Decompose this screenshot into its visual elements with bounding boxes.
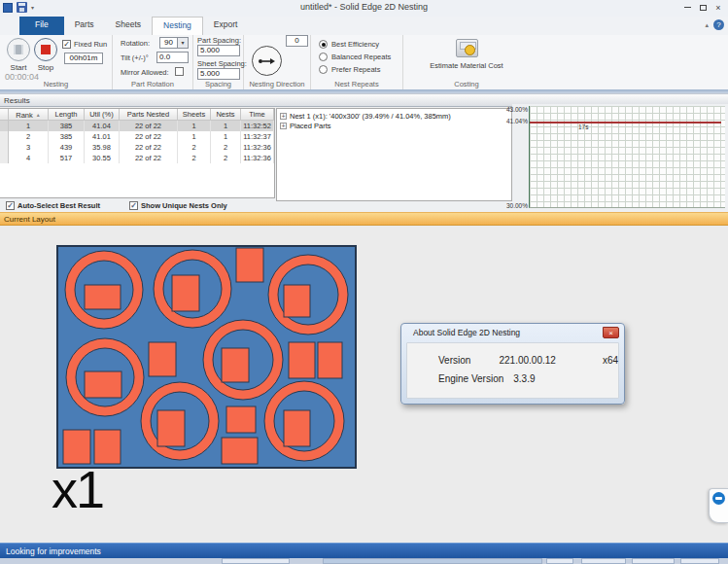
- row-selector[interactable]: [0, 131, 9, 142]
- mirror-allowed-checkbox[interactable]: [175, 67, 184, 76]
- teamviewer-side-tab[interactable]: [709, 488, 728, 523]
- radio-best-efficiency[interactable]: Best Efficiency: [319, 40, 402, 49]
- tab-file[interactable]: File: [19, 17, 64, 35]
- part-rect[interactable]: [226, 406, 256, 433]
- part-rect[interactable]: [284, 285, 310, 317]
- tree-item[interactable]: +Nest 1 (x1): '400x300' (39.49% / 41.04%…: [280, 111, 511, 121]
- title-bar: ▾ untitled* - Solid Edge 2D Nesting ×: [0, 0, 728, 17]
- tab-sheets[interactable]: Sheets: [105, 17, 152, 35]
- part-spacing-input[interactable]: 5.000: [197, 45, 240, 56]
- tree-item[interactable]: +Placed Parts: [280, 121, 511, 130]
- part-rect[interactable]: [222, 438, 258, 464]
- start-button[interactable]: [7, 38, 30, 61]
- table-cell: 22 of 22: [120, 121, 178, 131]
- group-label-part-rotation: Part Rotation: [113, 80, 192, 88]
- table-cell: 30.55: [85, 153, 120, 163]
- auto-select-label: Auto-Select Best Result: [17, 201, 100, 210]
- auto-select-best-result-checkbox[interactable]: ✓ Auto-Select Best Result: [6, 201, 100, 210]
- nesting-direction-button[interactable]: [252, 46, 282, 76]
- auto-select-check-icon: ✓: [6, 201, 15, 210]
- sheet-spacing-input[interactable]: 5.000: [197, 68, 240, 80]
- tree-expand-icon[interactable]: +: [280, 113, 287, 120]
- table-row[interactable]: 451730.5522 of 222211:32:36: [0, 153, 274, 163]
- taskbar-item[interactable]: [546, 558, 573, 564]
- column-header-length[interactable]: Length: [49, 109, 85, 121]
- column-header-nests[interactable]: Nests: [211, 109, 241, 121]
- taskbar-strip: [0, 558, 728, 564]
- duration-input[interactable]: 00h01m: [64, 53, 103, 64]
- help-icon[interactable]: ?: [713, 19, 724, 30]
- status-text: Looking for improvements: [6, 546, 101, 556]
- table-row[interactable]: 343935.9822 of 222211:32:36: [0, 142, 274, 153]
- part-rect[interactable]: [236, 248, 263, 282]
- part-rect[interactable]: [85, 371, 121, 398]
- table-cell: 4: [9, 153, 49, 163]
- column-header-time[interactable]: Time: [241, 109, 274, 121]
- row-selector[interactable]: [0, 153, 9, 163]
- estimate-material-cost-label[interactable]: Estimate Material Cost: [403, 61, 530, 70]
- fixed-run-checkbox[interactable]: ✓ Fixed Run: [62, 40, 107, 49]
- taskbar-item[interactable]: [323, 558, 542, 564]
- mirror-checkbox-box: [175, 67, 184, 76]
- part-rect[interactable]: [318, 342, 342, 378]
- rotation-dropdown-icon[interactable]: ▾: [178, 37, 189, 49]
- chart-ymin-label: 30.00%: [506, 202, 528, 209]
- sort-asc-icon: ▲: [36, 112, 41, 118]
- column-header-partsnested[interactable]: Parts Nested: [120, 109, 178, 121]
- table-cell: 385: [49, 121, 85, 131]
- nest-repeats-options: Best EfficiencyBalanced RepeatsPrefer Re…: [311, 40, 402, 74]
- part-rect[interactable]: [157, 410, 185, 446]
- restore-button[interactable]: [695, 0, 711, 15]
- part-rect[interactable]: [284, 410, 310, 446]
- tree-expand-icon[interactable]: +: [280, 123, 287, 129]
- part-rect[interactable]: [222, 348, 249, 382]
- radio-balanced-repeats[interactable]: Balanced Repeats: [319, 53, 402, 61]
- engine-version-label: Engine Version: [438, 373, 503, 384]
- taskbar-item[interactable]: [680, 558, 719, 564]
- estimate-material-cost-button[interactable]: [456, 39, 478, 57]
- taskbar-item[interactable]: [632, 558, 675, 564]
- tree-item-label: Nest 1 (x1): '400x300' (39.49% / 41.04%,…: [290, 112, 451, 121]
- table-cell: 1: [211, 131, 241, 142]
- tilt-label: Tilt (+/-)°: [121, 53, 149, 62]
- about-dialog-close-button[interactable]: ×: [603, 327, 619, 338]
- column-header-rank[interactable]: Rank▲: [9, 109, 49, 121]
- part-rect[interactable]: [289, 342, 315, 378]
- ribbon-group-nesting: Start Stop ✓ Fixed Run 00h01m 00:00:04 N…: [0, 35, 113, 89]
- close-icon: ×: [608, 329, 613, 337]
- part-rect[interactable]: [85, 285, 121, 309]
- table-cell: 41.01: [85, 131, 120, 142]
- sheet-canvas[interactable]: [56, 245, 357, 469]
- radio-prefer-repeats[interactable]: Prefer Repeats: [319, 65, 402, 74]
- taskbar-item[interactable]: [581, 558, 626, 564]
- show-unique-nests-checkbox[interactable]: ✓ Show Unique Nests Only: [129, 201, 227, 210]
- row-selector[interactable]: [0, 121, 9, 131]
- row-selector[interactable]: [0, 142, 9, 153]
- utilization-chart: 43.00% 41.04% 30.00% 17s: [512, 104, 728, 212]
- part-rect[interactable]: [149, 342, 176, 376]
- table-row[interactable]: 138541.0422 of 221111:32:52: [0, 121, 274, 131]
- chart-plot: 17s: [529, 106, 725, 208]
- minimize-button[interactable]: [679, 0, 695, 15]
- ribbon-group-nesting-direction: 0 Nesting Direction: [244, 35, 311, 89]
- version-value: 221.00.00.12: [499, 355, 555, 366]
- group-label-costing: Costing: [403, 80, 530, 88]
- nesting-direction-input[interactable]: 0: [286, 35, 308, 47]
- tab-nesting[interactable]: Nesting: [152, 17, 203, 35]
- column-header-sheets[interactable]: Sheets: [178, 109, 211, 121]
- tilt-input[interactable]: 0.0: [156, 52, 189, 63]
- stop-button[interactable]: [34, 38, 57, 61]
- tab-parts[interactable]: Parts: [64, 17, 105, 35]
- table-row[interactable]: 238541.0122 of 221111:32:37: [0, 131, 274, 142]
- part-rect[interactable]: [172, 275, 199, 311]
- layout-canvas[interactable]: x1 About Solid Edge 2D Nesting × Version…: [0, 226, 728, 543]
- close-button[interactable]: ×: [711, 0, 726, 15]
- tab-export[interactable]: Export: [203, 17, 249, 35]
- results-panel: Rank▲LengthUtil (%)Parts NestedSheetsNes…: [0, 108, 728, 212]
- column-header-util[interactable]: Util (%): [85, 109, 120, 121]
- rotation-label: Rotation:: [121, 39, 150, 48]
- taskbar-item[interactable]: [222, 558, 290, 564]
- collapse-ribbon-icon[interactable]: ▴: [705, 21, 709, 29]
- group-label-nesting: Nesting: [0, 80, 112, 88]
- rotation-value[interactable]: 90: [159, 37, 178, 49]
